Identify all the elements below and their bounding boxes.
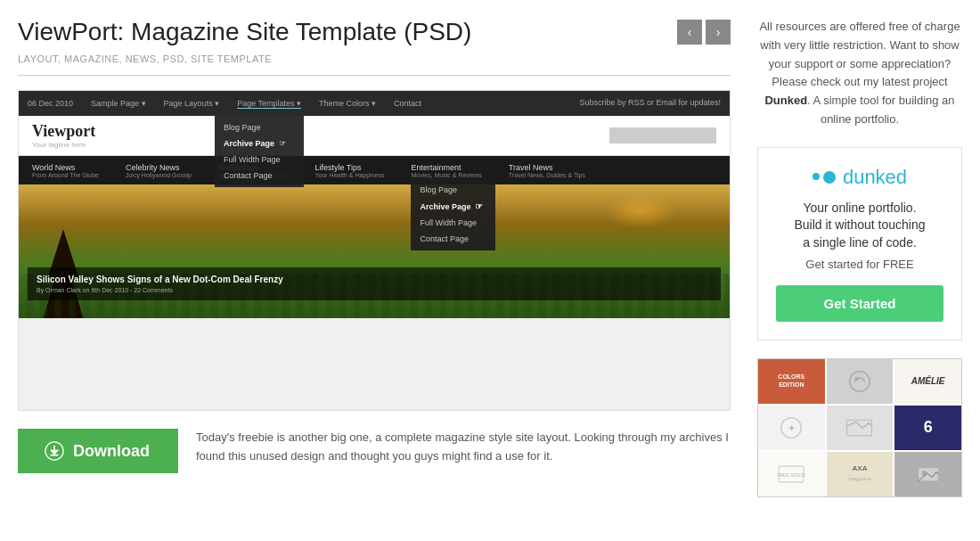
dunked-tagline: Your online portfolio. Build it without … xyxy=(776,200,943,252)
dunked-logo: dunked xyxy=(776,166,943,189)
portfolio-cell-5 xyxy=(827,406,894,450)
fake-nav-bar: World NewsFrom Around The Globe Celebrit… xyxy=(19,156,730,184)
download-section: Download Today's freebie is another big … xyxy=(18,429,731,473)
nav-contact: Contact xyxy=(394,99,421,108)
portfolio-cell-2 xyxy=(827,359,894,404)
site-tagline: Your tagline here xyxy=(32,141,95,149)
dunked-sub: Get started for FREE xyxy=(776,258,943,271)
dropdown-contact[interactable]: Contact Page xyxy=(215,168,304,184)
sidebar: All resources are offered free of charge… xyxy=(757,18,962,497)
dunked-name: dunked xyxy=(843,166,907,189)
nav-lifestyle: Lifestyle TipsYour Health & Happiness xyxy=(315,163,385,178)
download-button[interactable]: Download xyxy=(18,429,178,473)
browser-inner: Viewport Your tagline here World NewsFro… xyxy=(19,116,730,318)
main-content: ViewPort: Magazine Site Template (PSD) ‹… xyxy=(18,18,731,497)
portfolio-cell-3: AMÉLIE xyxy=(894,359,961,404)
portfolio-cell-4: ✦ xyxy=(758,406,825,450)
portfolio-grid: COLORSEDITION AMÉLIE ✦ xyxy=(757,358,962,497)
hero-image: Silicon Valley Shows Signs of a New Dot-… xyxy=(19,184,730,318)
sidebar-promo: All resources are offered free of charge… xyxy=(757,18,962,129)
portfolio-cell-9 xyxy=(894,452,961,496)
ent-archive[interactable]: Archive Page ☞ xyxy=(411,198,495,215)
preview-image: 06 Dec 2010 Sample Page ▾ Page Layouts ▾… xyxy=(18,90,731,411)
portfolio-cell-1: COLORSEDITION xyxy=(758,359,825,404)
nav-travel-sub: Travel News, Guides & Tips xyxy=(509,172,585,178)
nav-travel: Travel NewsTravel News, Guides & Tips xyxy=(509,163,585,178)
logo-bar: Viewport Your tagline here xyxy=(19,116,730,156)
divider xyxy=(18,75,731,76)
next-arrow[interactable]: › xyxy=(706,20,731,45)
browser-nav: 06 Dec 2010 Sample Page ▾ Page Layouts ▾… xyxy=(19,91,730,116)
dropdown-archive[interactable]: Archive Page ☞ xyxy=(215,135,304,152)
nav-sample: Sample Page ▾ xyxy=(91,99,146,108)
nav-world: World NewsFrom Around The Globe xyxy=(32,163,99,178)
dunked-card: dunked Your online portfolio. Build it w… xyxy=(757,147,962,340)
ent-full[interactable]: Full Width Page xyxy=(411,215,495,231)
svg-point-2 xyxy=(854,377,858,381)
nav-entertainment-sub: Movies, Music & Reviews xyxy=(411,172,481,178)
nav-lifestyle-sub: Your Health & Happiness xyxy=(315,172,385,178)
page-wrapper: ViewPort: Magazine Site Template (PSD) ‹… xyxy=(0,0,980,515)
ent-blog[interactable]: Blog Page xyxy=(411,182,495,198)
nav-templates: Page Templates ▾ xyxy=(237,99,301,109)
nav-colors: Theme Colors ▾ xyxy=(319,99,376,108)
svg-text:✦: ✦ xyxy=(788,422,796,432)
dunked-dot-large xyxy=(823,171,836,184)
nav-celebrity: Celebrity NewsJuicy Hollywood Gossip xyxy=(126,163,192,178)
svg-rect-5 xyxy=(847,420,872,436)
dropdown-blog[interactable]: Blog Page xyxy=(215,119,304,135)
portfolio-cell-6: 6 xyxy=(894,406,961,450)
svg-point-1 xyxy=(850,371,870,390)
download-icon xyxy=(45,441,64,461)
prev-arrow[interactable]: ‹ xyxy=(677,20,702,45)
subscribe-text: Subscribe by RSS or Email for updates! xyxy=(579,98,721,107)
fake-browser: 06 Dec 2010 Sample Page ▾ Page Layouts ▾… xyxy=(19,91,730,410)
title-row: ViewPort: Magazine Site Template (PSD) ‹… xyxy=(18,18,731,46)
hero-sun xyxy=(605,193,676,229)
dunked-link[interactable]: Dunked xyxy=(764,94,807,107)
nav-layouts: Page Layouts ▾ xyxy=(164,99,220,108)
nav-celebrity-sub: Juicy Hollywood Gossip xyxy=(126,172,192,178)
nav-world-sub: From Around The Globe xyxy=(32,172,99,178)
portfolio-cell-8: AXA magazine xyxy=(827,452,894,496)
dunked-dot-small xyxy=(813,173,820,180)
ent-contact[interactable]: Contact Page xyxy=(411,231,495,247)
entertainment-dropdown: Blog Page Archive Page ☞ Full Width Page… xyxy=(411,178,495,250)
hero-article-title: Silicon Valley Shows Signs of a New Dot-… xyxy=(37,275,712,284)
page-templates-dropdown: Blog Page Archive Page ☞ Full Width Page… xyxy=(215,116,304,187)
description-text: Today's freebie is another big one, a co… xyxy=(196,429,731,466)
tags: LAYOUT, MAGAZINE, NEWS, PSD, SITE TEMPLA… xyxy=(18,53,731,64)
svg-text:FREE SOLID: FREE SOLID xyxy=(777,472,805,478)
nav-date: 06 Dec 2010 xyxy=(28,99,73,108)
portfolio-cell-7: FREE SOLID xyxy=(758,452,825,496)
hero-article-meta: By Orman Clark on 6th Dec 2010 - 22 Comm… xyxy=(37,287,712,293)
site-logo: Viewport xyxy=(32,122,95,141)
nav-entertainment: EntertainmentMovies, Music & Reviews Blo… xyxy=(411,163,481,178)
hero-overlay: Silicon Valley Shows Signs of a New Dot-… xyxy=(28,267,721,300)
download-label: Download xyxy=(73,442,150,461)
get-started-button[interactable]: Get Started xyxy=(776,285,943,322)
dropdown-full[interactable]: Full Width Page xyxy=(215,152,304,168)
page-title: ViewPort: Magazine Site Template (PSD) xyxy=(18,18,471,46)
nav-arrows: ‹ › xyxy=(677,20,731,45)
